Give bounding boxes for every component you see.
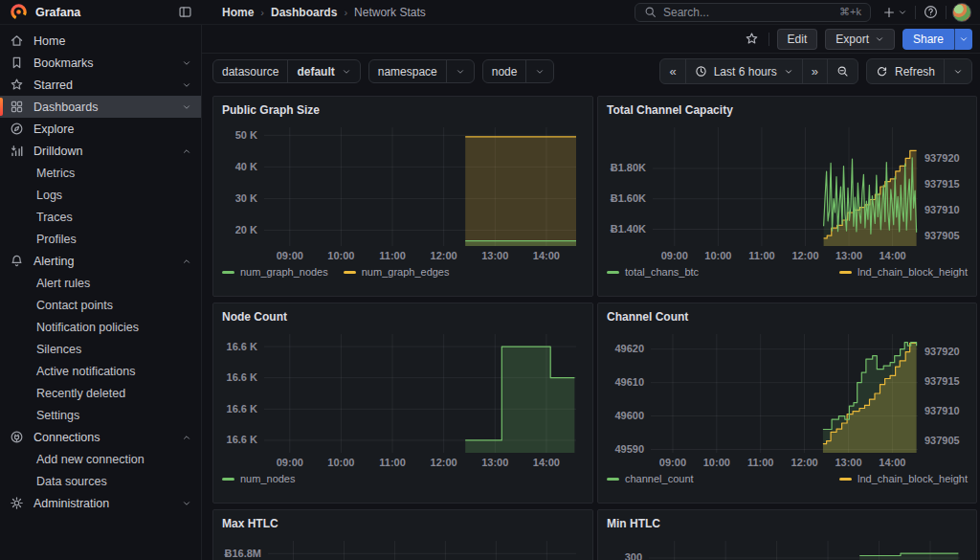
svg-text:49590: 49590 — [614, 443, 644, 455]
svg-text:49600: 49600 — [614, 410, 644, 421]
svg-text:11:00: 11:00 — [748, 250, 775, 261]
bookmark-icon — [10, 56, 25, 71]
variable-value-dropdown[interactable]: default — [288, 65, 359, 78]
share-menu-button[interactable] — [954, 29, 972, 50]
share-button[interactable]: Share — [902, 29, 954, 50]
chevron-down-icon[interactable] — [182, 58, 191, 68]
chevron-down-icon[interactable] — [182, 80, 191, 90]
sidebar-item-administration[interactable]: Administration — [0, 492, 201, 514]
chart-max-htlc[interactable]: 09:0010:0011:0012:0013:0014:00Ƀ16.8M — [222, 535, 584, 560]
sidebar-item-metrics[interactable]: Metrics — [0, 162, 201, 184]
sidebar-item-active-notifications[interactable]: Active notifications — [0, 360, 201, 382]
legend-item-lnd_chain_block_height[interactable]: lnd_chain_block_height — [839, 473, 968, 484]
chevron-down-icon[interactable] — [182, 102, 191, 112]
user-avatar[interactable] — [952, 3, 971, 22]
svg-text:09:00: 09:00 — [659, 457, 686, 468]
refresh-button[interactable]: Refresh — [867, 59, 944, 83]
panel-title[interactable]: Max HTLC — [222, 517, 584, 535]
chart-total-channel-capacity[interactable]: 09:0010:0011:0012:0013:0014:00Ƀ1.40KɃ1.6… — [607, 122, 968, 263]
panel-title[interactable]: Channel Count — [607, 310, 968, 328]
panel-title[interactable]: Min HTLC — [607, 517, 968, 535]
legend-item-total_chans_btc[interactable]: total_chans_btc — [607, 266, 699, 278]
star-icon — [745, 32, 759, 46]
template-variables: datasourcedefaultnamespacenode — [212, 59, 554, 83]
legend-swatch — [839, 271, 852, 274]
sidebar-item-home[interactable]: Home — [0, 30, 201, 52]
variable-value-dropdown[interactable] — [526, 67, 553, 77]
compass-icon — [10, 122, 25, 137]
help-button[interactable] — [922, 3, 940, 21]
sidebar-item-label: Explore — [33, 123, 74, 136]
nav-left: Grafana — [0, 0, 202, 24]
sidebar-item-notification-policies[interactable]: Notification policies — [0, 316, 201, 338]
svg-text:937905: 937905 — [924, 230, 960, 241]
chevron-down-icon — [456, 67, 465, 77]
sidebar-item-logs[interactable]: Logs — [0, 184, 201, 206]
sidebar-item-alerting[interactable]: Alerting — [0, 250, 201, 272]
sidebar-item-data-sources[interactable]: Data sources — [0, 470, 201, 492]
share-split-button: Share — [902, 29, 972, 50]
panel-min-htlc: Min HTLC09:0010:0011:0012:0013:0014:0030… — [597, 509, 977, 560]
time-range-picker[interactable]: Last 6 hours — [685, 59, 802, 83]
chevron-up-icon[interactable] — [182, 433, 191, 442]
sidebar-item-label: Drilldown — [33, 145, 82, 158]
legend-item-num_nodes[interactable]: num_nodes — [222, 473, 296, 484]
zoom-out-button[interactable] — [827, 59, 858, 83]
legend-item-lnd_chain_block_height[interactable]: lnd_chain_block_height — [839, 266, 968, 278]
sidebar-item-starred[interactable]: Starred — [0, 74, 201, 96]
chart-channel-count[interactable]: 09:0010:0011:0012:0013:0014:004959049600… — [607, 328, 968, 470]
legend-item-channel_count[interactable]: channel_count — [607, 473, 694, 484]
legend-item-num_graph_edges[interactable]: num_graph_edges — [344, 266, 450, 278]
chart-min-htlc[interactable]: 09:0010:0011:0012:0013:0014:00300 — [607, 535, 968, 560]
sidebar-item-silences[interactable]: Silences — [0, 338, 201, 360]
new-button[interactable] — [880, 4, 909, 21]
chevron-down-icon — [535, 67, 545, 77]
panel-title[interactable]: Total Channel Capacity — [607, 103, 968, 122]
breadcrumb-item[interactable]: Home — [222, 6, 254, 19]
sidebar-item-dashboards[interactable]: Dashboards — [0, 96, 201, 118]
svg-text:937920: 937920 — [924, 152, 960, 164]
sidebar-item-label: Add new connection — [36, 453, 145, 466]
sidebar-item-alert-rules[interactable]: Alert rules — [0, 272, 201, 294]
search-input[interactable]: Search... ⌘+k — [635, 3, 871, 22]
panel-title[interactable]: Node Count — [222, 310, 584, 328]
sidebar-toggle-icon[interactable] — [178, 5, 192, 19]
panel-title[interactable]: Public Graph Size — [222, 103, 584, 122]
export-button[interactable]: Export — [825, 29, 895, 50]
time-shift-forward-button[interactable]: » — [802, 59, 827, 83]
breadcrumb-item[interactable]: Dashboards — [271, 6, 337, 19]
chevron-down-icon[interactable] — [182, 499, 191, 508]
chart-public-graph-size[interactable]: 09:0010:0011:0012:0013:0014:0020 K30 K40… — [222, 122, 584, 263]
chart-node-count[interactable]: 09:0010:0011:0012:0013:0014:0016.6 K16.6… — [222, 328, 584, 470]
sidebar-item-drilldown[interactable]: Drilldown — [0, 140, 201, 162]
chevron-up-icon[interactable] — [182, 146, 191, 156]
favorite-star-button[interactable] — [743, 30, 761, 48]
sidebar-item-recently-deleted[interactable]: Recently deleted — [0, 382, 201, 404]
sidebar-item-connections[interactable]: Connections — [0, 426, 201, 448]
edit-button[interactable]: Edit — [777, 29, 818, 50]
legend-label: lnd_chain_block_height — [858, 473, 968, 484]
panel-total-channel-capacity: Total Channel Capacity09:0010:0011:0012:… — [597, 96, 977, 297]
sidebar-item-profiles[interactable]: Profiles — [0, 228, 201, 250]
svg-text:13:00: 13:00 — [835, 457, 861, 468]
sidebar-item-traces[interactable]: Traces — [0, 206, 201, 228]
variable-value-dropdown[interactable] — [447, 67, 474, 77]
svg-text:49610: 49610 — [614, 376, 644, 388]
time-shift-back-button[interactable]: « — [660, 59, 684, 83]
refresh-interval-button[interactable] — [944, 59, 971, 83]
legend-item-num_graph_nodes[interactable]: num_graph_nodes — [222, 266, 328, 278]
svg-text:937915: 937915 — [924, 178, 960, 190]
sidebar-item-contact-points[interactable]: Contact points — [0, 294, 201, 316]
sidebar-item-settings[interactable]: Settings — [0, 404, 201, 426]
legend-label: num_nodes — [240, 473, 296, 484]
refresh-label: Refresh — [895, 65, 935, 78]
chevron-up-icon[interactable] — [182, 257, 191, 266]
panel-legend: num_nodes — [222, 470, 584, 487]
legend-label: channel_count — [625, 473, 694, 484]
sidebar-item-add-new-connection[interactable]: Add new connection — [0, 448, 201, 470]
apps-icon — [10, 100, 25, 115]
grafana-logo-icon[interactable] — [10, 3, 28, 21]
export-label: Export — [835, 33, 869, 46]
sidebar-item-bookmarks[interactable]: Bookmarks — [0, 52, 201, 74]
sidebar-item-explore[interactable]: Explore — [0, 118, 201, 140]
